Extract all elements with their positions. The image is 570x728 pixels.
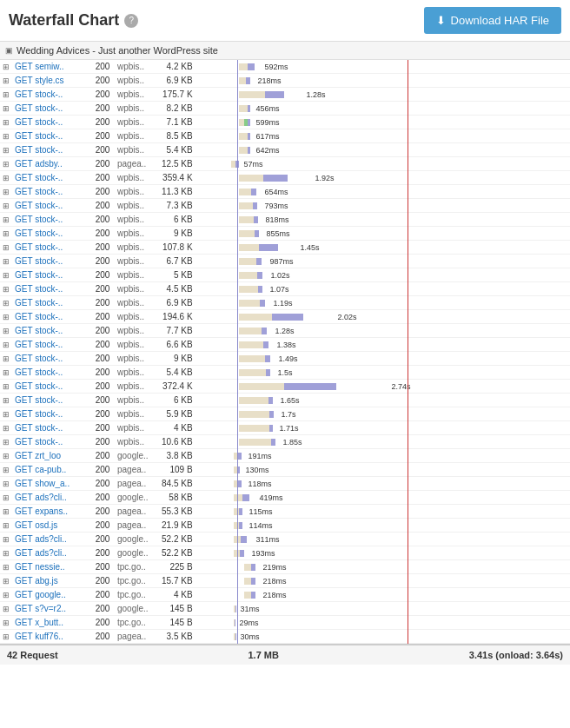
row-name[interactable]: GET stock-.. <box>12 102 90 116</box>
table-row[interactable]: ⊞GET x_butt..200tpc.go..145 B29ms <box>0 616 570 630</box>
row-name[interactable]: GET stock-.. <box>12 407 90 421</box>
row-name[interactable]: GET kuff76.. <box>12 630 90 644</box>
table-row[interactable]: ⊞GET stock-..200wpbis..372.4 K2.74s <box>0 380 570 394</box>
row-name[interactable]: GET style.cs <box>12 74 90 88</box>
row-name[interactable]: GET ca-pub.. <box>12 463 90 477</box>
table-row[interactable]: ⊞GET semiw..200wpbis..4.2 KB592ms <box>0 60 570 74</box>
row-expand[interactable]: ⊞ <box>0 380 12 394</box>
row-name[interactable]: GET zrt_loo <box>12 449 90 463</box>
row-name[interactable]: GET ads?cli.. <box>12 491 90 505</box>
row-expand[interactable]: ⊞ <box>0 435 12 449</box>
table-row[interactable]: ⊞GET google..200tpc.go..4 KB218ms <box>0 588 570 602</box>
row-name[interactable]: GET stock-.. <box>12 255 90 268</box>
row-name[interactable]: GET stock-.. <box>12 421 90 435</box>
row-expand[interactable]: ⊞ <box>0 477 12 491</box>
row-expand[interactable]: ⊞ <box>0 157 12 171</box>
table-row[interactable]: ⊞GET stock-..200wpbis..5.9 KB1.7s <box>0 407 570 421</box>
row-expand[interactable]: ⊞ <box>0 88 12 102</box>
row-name[interactable]: GET stock-.. <box>12 88 90 102</box>
row-expand[interactable]: ⊞ <box>0 213 12 227</box>
table-row[interactable]: ⊞GET stock-..200wpbis..6.6 KB1.38s <box>0 338 570 352</box>
row-expand[interactable]: ⊞ <box>0 463 12 477</box>
table-row[interactable]: ⊞GET show_a..200pagea..84.5 KB118ms <box>0 477 570 491</box>
row-expand[interactable]: ⊞ <box>0 602 12 616</box>
row-expand[interactable]: ⊞ <box>0 199 12 213</box>
row-name[interactable]: GET expans.. <box>12 505 90 519</box>
table-row[interactable]: ⊞GET stock-..200wpbis..5.4 KB1.5s <box>0 366 570 380</box>
row-expand[interactable]: ⊞ <box>0 227 12 241</box>
table-row[interactable]: ⊞GET stock-..200wpbis..175.7 K1.28s <box>0 88 570 102</box>
download-har-button[interactable]: ⬇ Download HAR File <box>424 7 561 34</box>
table-row[interactable]: ⊞GET adsby..200pagea..12.5 KB57ms <box>0 157 570 171</box>
table-row[interactable]: ⊞GET stock-..200wpbis..6.9 KB1.19s <box>0 296 570 310</box>
row-expand[interactable]: ⊞ <box>0 255 12 268</box>
row-name[interactable]: GET s?v=r2.. <box>12 602 90 616</box>
row-name[interactable]: GET ads?cli.. <box>12 546 90 560</box>
row-expand[interactable]: ⊞ <box>0 630 12 644</box>
row-name[interactable]: GET ads?cli.. <box>12 533 90 546</box>
table-row[interactable]: ⊞GET s?v=r2..200google..145 B31ms <box>0 602 570 616</box>
row-name[interactable]: GET stock-.. <box>12 129 90 143</box>
row-name[interactable]: GET stock-.. <box>12 171 90 185</box>
row-expand[interactable]: ⊞ <box>0 574 12 588</box>
table-row[interactable]: ⊞GET ads?cli..200google..52.2 KB311ms <box>0 533 570 546</box>
table-row[interactable]: ⊞GET stock-..200wpbis..10.6 KB1.85s <box>0 435 570 449</box>
table-row[interactable]: ⊞GET stock-..200wpbis..9 KB1.49s <box>0 352 570 366</box>
row-name[interactable]: GET stock-.. <box>12 338 90 352</box>
row-name[interactable]: GET osd.js <box>12 519 90 533</box>
row-expand[interactable]: ⊞ <box>0 533 12 546</box>
row-expand[interactable]: ⊞ <box>0 449 12 463</box>
table-row[interactable]: ⊞GET stock-..200wpbis..107.8 K1.45s <box>0 241 570 255</box>
table-row[interactable]: ⊞GET stock-..200wpbis..6.7 KB987ms <box>0 255 570 268</box>
table-row[interactable]: ⊞GET kuff76..200pagea..3.5 KB30ms <box>0 630 570 644</box>
row-expand[interactable]: ⊞ <box>0 310 12 324</box>
row-name[interactable]: GET stock-.. <box>12 310 90 324</box>
row-name[interactable]: GET stock-.. <box>12 227 90 241</box>
row-name[interactable]: GET stock-.. <box>12 366 90 380</box>
row-name[interactable]: GET stock-.. <box>12 352 90 366</box>
table-row[interactable]: ⊞GET stock-..200wpbis..6 KB1.65s <box>0 394 570 407</box>
table-row[interactable]: ⊞GET stock-..200wpbis..4.5 KB1.07s <box>0 282 570 296</box>
row-expand[interactable]: ⊞ <box>0 588 12 602</box>
row-name[interactable]: GET show_a.. <box>12 477 90 491</box>
row-name[interactable]: GET stock-.. <box>12 143 90 157</box>
row-name[interactable]: GET adsby.. <box>12 157 90 171</box>
row-name[interactable]: GET abg.js <box>12 574 90 588</box>
row-name[interactable]: GET nessie.. <box>12 560 90 574</box>
table-row[interactable]: ⊞GET stock-..200wpbis..6 KB818ms <box>0 213 570 227</box>
row-expand[interactable]: ⊞ <box>0 74 12 88</box>
row-name[interactable]: GET x_butt.. <box>12 616 90 630</box>
row-name[interactable]: GET stock-.. <box>12 380 90 394</box>
row-expand[interactable]: ⊞ <box>0 116 12 129</box>
row-name[interactable]: GET stock-.. <box>12 241 90 255</box>
row-expand[interactable]: ⊞ <box>0 519 12 533</box>
row-name[interactable]: GET stock-.. <box>12 324 90 338</box>
table-row[interactable]: ⊞GET style.cs200wpbis..6.9 KB218ms <box>0 74 570 88</box>
row-expand[interactable]: ⊞ <box>0 407 12 421</box>
table-row[interactable]: ⊞GET stock-..200wpbis..7.3 KB793ms <box>0 199 570 213</box>
table-row[interactable]: ⊞GET abg.js200tpc.go..15.7 KB218ms <box>0 574 570 588</box>
row-expand[interactable]: ⊞ <box>0 171 12 185</box>
row-expand[interactable]: ⊞ <box>0 546 12 560</box>
row-expand[interactable]: ⊞ <box>0 102 12 116</box>
table-row[interactable]: ⊞GET stock-..200wpbis..194.6 K2.02s <box>0 310 570 324</box>
table-row[interactable]: ⊞GET zrt_loo200google..3.8 KB191ms <box>0 449 570 463</box>
row-name[interactable]: GET semiw.. <box>12 60 90 74</box>
row-name[interactable]: GET stock-.. <box>12 185 90 199</box>
row-expand[interactable]: ⊞ <box>0 143 12 157</box>
table-row[interactable]: ⊞GET stock-..200wpbis..9 KB855ms <box>0 227 570 241</box>
table-row[interactable]: ⊞GET stock-..200wpbis..7.1 KB599ms <box>0 116 570 129</box>
table-row[interactable]: ⊞GET stock-..200wpbis..8.5 KB617ms <box>0 129 570 143</box>
table-row[interactable]: ⊞GET stock-..200wpbis..8.2 KB456ms <box>0 102 570 116</box>
help-icon[interactable]: ? <box>124 14 138 28</box>
table-row[interactable]: ⊞GET stock-..200wpbis..4 KB1.71s <box>0 421 570 435</box>
row-name[interactable]: GET google.. <box>12 588 90 602</box>
table-row[interactable]: ⊞GET stock-..200wpbis..7.7 KB1.28s <box>0 324 570 338</box>
row-expand[interactable]: ⊞ <box>0 282 12 296</box>
row-expand[interactable]: ⊞ <box>0 394 12 407</box>
row-name[interactable]: GET stock-.. <box>12 199 90 213</box>
table-row[interactable]: ⊞GET ads?cli..200google..52.2 KB193ms <box>0 546 570 560</box>
row-expand[interactable]: ⊞ <box>0 185 12 199</box>
row-expand[interactable]: ⊞ <box>0 491 12 505</box>
row-expand[interactable]: ⊞ <box>0 296 12 310</box>
